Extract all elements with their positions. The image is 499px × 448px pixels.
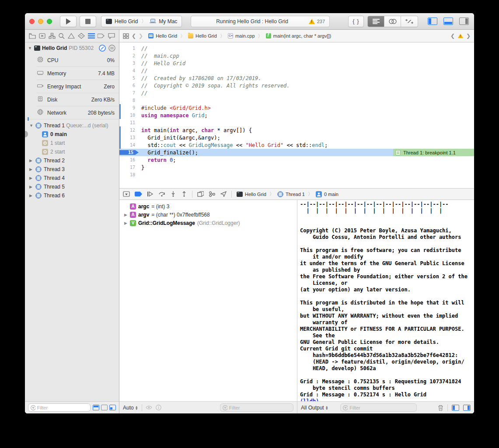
test-navigator-icon[interactable]	[78, 33, 85, 39]
show-running-toggle-icon[interactable]	[93, 405, 99, 410]
stack-frame-row[interactable]: 1 start	[25, 139, 119, 147]
breakpoint-line-number[interactable]: 15	[119, 150, 139, 155]
console-filter-input[interactable]	[349, 405, 414, 410]
console-output[interactable]: --|--|--|--|--|--|--|--|--|--|--|--|--|-…	[297, 200, 474, 401]
report-navigator-icon[interactable]	[108, 33, 115, 39]
breakpoint-annotation[interactable]: Thread 1: breakpoint 1.1	[393, 149, 474, 156]
code-line[interactable]: 2// main.cpp	[119, 52, 474, 60]
breakpoints-toggle-icon[interactable]	[135, 192, 142, 196]
scheme-selector[interactable]: Hello Grid 〉 My Mac	[101, 16, 182, 27]
info-icon[interactable]	[156, 405, 161, 410]
jump-crumb-file[interactable]: main.cpp	[235, 33, 255, 38]
issue-navigator-icon[interactable]	[68, 33, 75, 39]
source-control-navigator-icon[interactable]	[39, 33, 45, 39]
jump-crumb-group[interactable]: Hello Grid	[195, 33, 217, 38]
toggle-console-pane-icon[interactable]	[463, 405, 471, 411]
code-line[interactable]: 9#include <Grid/Grid.h>	[119, 104, 474, 112]
disclosure-icon[interactable]: ▶	[29, 176, 34, 180]
code-line[interactable]: 8	[119, 97, 474, 104]
code-line[interactable]: 12int main(int argc, char * argv[]) {	[119, 126, 474, 134]
step-out-icon[interactable]	[181, 191, 187, 197]
variables-filter-input[interactable]	[229, 405, 291, 410]
navigator-filter-input[interactable]	[37, 405, 88, 410]
gauge-row-network[interactable]: Network208 bytes/s	[25, 106, 119, 119]
step-into-icon[interactable]	[170, 191, 176, 197]
navigator-filter[interactable]	[28, 403, 91, 412]
thread-row[interactable]: ▶Thread 6	[25, 191, 119, 200]
forward-icon[interactable]: ❯	[139, 33, 143, 39]
memory-debug-icon[interactable]	[108, 45, 115, 52]
continue-icon[interactable]	[147, 191, 154, 197]
disclosure-icon[interactable]: ▶	[124, 213, 128, 217]
disclosure-icon[interactable]: ▶	[29, 167, 34, 172]
code-line[interactable]: 6// Copyright © 2019 sopa. All rights re…	[119, 82, 474, 89]
related-items-icon[interactable]	[123, 33, 129, 39]
jump-crumb-project[interactable]: Hello Grid	[156, 33, 177, 38]
previous-issue-icon[interactable]: ❮	[450, 33, 455, 39]
thread-row[interactable]: ▶Thread 4	[25, 174, 119, 182]
code-line[interactable]: 10using namespace Grid;	[119, 112, 474, 119]
symbol-navigator-icon[interactable]	[49, 33, 56, 39]
code-line[interactable]: 1//	[119, 45, 474, 52]
debug-area-toggle-button[interactable]	[443, 18, 453, 25]
jump-crumb-symbol[interactable]: main(int argc, char * argv[])	[273, 33, 332, 38]
disclosure-open-icon[interactable]: ▼	[28, 46, 32, 50]
project-navigator-icon[interactable]	[29, 33, 36, 39]
step-over-icon[interactable]	[158, 191, 165, 197]
code-line[interactable]: 3// Hello Grid	[119, 60, 474, 67]
clear-console-trash-icon[interactable]	[438, 405, 443, 411]
console-output-selector[interactable]: All Output ▲▼	[301, 405, 328, 411]
next-issue-icon[interactable]: ❯	[466, 33, 471, 39]
debug-crumb-process[interactable]: Hello Grid	[245, 192, 266, 197]
navigator-toggle-button[interactable]	[428, 18, 437, 25]
minimize-button[interactable]	[38, 19, 43, 24]
breakpoint-navigator-icon[interactable]	[98, 33, 105, 39]
code-line[interactable]: 16 return 0;	[119, 156, 474, 164]
variables-filter[interactable]	[220, 403, 293, 412]
stack-frame-row[interactable]: 2 start	[25, 147, 119, 156]
assistant-editor-button[interactable]	[384, 16, 401, 27]
disclosure-icon[interactable]: ▶	[29, 193, 34, 198]
memory-graph-icon[interactable]	[209, 191, 216, 197]
code-line[interactable]: 7//	[119, 89, 474, 97]
disclosure-icon[interactable]: ▶	[29, 158, 34, 163]
debug-navigator-icon[interactable]	[88, 33, 95, 39]
code-line[interactable]: 14 std::cout << GridLogMessage << "Hello…	[119, 141, 474, 149]
thread-row[interactable]: ▶Thread 5	[25, 182, 119, 191]
variable-row[interactable]: ▶VGrid::GridLogMessage(Grid::GridLogger)	[119, 219, 297, 227]
disclosure-icon[interactable]: ▼	[29, 123, 34, 128]
code-line[interactable]: 11	[119, 119, 474, 126]
find-navigator-icon[interactable]	[58, 33, 65, 39]
show-stack-frames-toggle-icon[interactable]	[101, 405, 108, 410]
library-button[interactable]: { }	[348, 16, 364, 27]
stop-button[interactable]	[80, 16, 96, 27]
gauge-row-disk[interactable]: DiskZero KB/s	[25, 93, 119, 106]
close-button[interactable]	[29, 19, 35, 24]
debug-crumb-thread[interactable]: Thread 1	[286, 192, 305, 197]
view-hierarchy-icon[interactable]	[197, 191, 204, 197]
show-crashed-toggle-icon[interactable]	[109, 405, 116, 410]
quicklook-eye-icon[interactable]	[146, 405, 152, 410]
code-line[interactable]: 15 Grid_finalize();Thread 1: breakpoint …	[119, 149, 474, 156]
source-editor[interactable]: 1//2// main.cpp3// Hello Grid4//5// Crea…	[119, 42, 474, 189]
version-editor-button[interactable]	[401, 16, 418, 27]
thread-row[interactable]: ▼Thread 1 Queue:...d (serial)	[25, 121, 119, 130]
gauge-row-energy-impact[interactable]: Energy ImpactZero	[25, 80, 119, 93]
gauge-row-cpu[interactable]: CPU0%	[25, 54, 119, 66]
debug-crumb-frame[interactable]: 0 main	[324, 192, 338, 197]
disclosure-icon[interactable]: ▶	[124, 221, 128, 225]
variable-row[interactable]: Aargc= (int) 3	[119, 202, 297, 210]
process-row[interactable]: ▼ Hello Grid PID 55302	[25, 42, 119, 54]
code-line[interactable]: 13 Grid_init(&argc,&argv);	[119, 134, 474, 141]
stack-frame-row[interactable]: 0 main	[25, 130, 119, 139]
variables-scope-selector[interactable]: Auto ▲▼	[123, 405, 138, 411]
code-line[interactable]: 18	[119, 171, 474, 178]
code-line[interactable]: 5// Created by s1786208 on 17/03/2019.	[119, 74, 474, 82]
activity-viewer[interactable]: Running Hello Grid : Hello Grid 237	[191, 16, 330, 27]
inspector-toggle-button[interactable]	[459, 18, 469, 25]
thread-row[interactable]: ▶Thread 2	[25, 156, 119, 165]
disclosure-icon[interactable]: ▶	[29, 185, 34, 189]
standard-editor-button[interactable]	[368, 16, 384, 27]
toggle-variables-pane-icon[interactable]	[452, 405, 459, 411]
back-icon[interactable]: ❮	[132, 33, 136, 39]
